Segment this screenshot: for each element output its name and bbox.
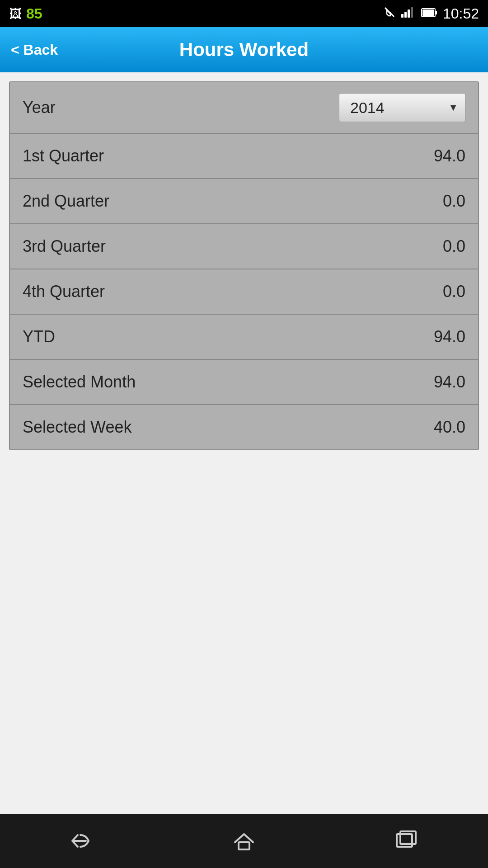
svg-rect-4: [411, 7, 413, 18]
photo-icon: 🖼: [9, 6, 22, 21]
row-value: 94.0: [434, 146, 465, 165]
row-label: Selected Week: [23, 418, 434, 437]
year-select[interactable]: 2012 2013 2014 2015: [339, 93, 465, 122]
row-value: 40.0: [434, 418, 465, 437]
row-label: 1st Quarter: [23, 146, 434, 165]
status-bar: 🖼 85 10:: [0, 0, 488, 27]
recents-nav-button[interactable]: [380, 823, 434, 859]
row-selected-month: Selected Month 94.0: [10, 360, 478, 405]
row-1st-quarter: 1st Quarter 94.0: [10, 134, 478, 179]
svg-rect-3: [408, 9, 410, 18]
year-select-wrapper[interactable]: 2012 2013 2014 2015: [339, 93, 465, 122]
home-nav-button[interactable]: [217, 823, 271, 859]
svg-rect-8: [239, 842, 249, 849]
row-label: 2nd Quarter: [23, 192, 443, 211]
row-selected-week: Selected Week 40.0: [10, 405, 478, 449]
row-label: YTD: [23, 327, 434, 346]
svg-rect-1: [401, 14, 404, 18]
status-time: 10:52: [443, 5, 479, 22]
row-label: 3rd Quarter: [23, 237, 443, 256]
signal-icon: [401, 6, 416, 22]
svg-rect-6: [435, 11, 437, 14]
row-label: Selected Month: [23, 373, 434, 392]
row-value: 0.0: [443, 282, 465, 301]
page-title: Hours Worked: [179, 39, 309, 61]
row-value: 94.0: [434, 327, 465, 346]
row-value: 0.0: [443, 192, 465, 211]
mute-icon: [383, 6, 396, 22]
app-header: < Back Hours Worked: [0, 27, 488, 72]
row-ytd: YTD 94.0: [10, 315, 478, 360]
svg-rect-7: [422, 9, 434, 16]
status-bar-right: 10:52: [383, 5, 479, 22]
back-button[interactable]: < Back: [11, 42, 58, 58]
row-label: 4th Quarter: [23, 282, 443, 301]
row-value: 94.0: [434, 373, 465, 392]
row-2nd-quarter: 2nd Quarter 0.0: [10, 179, 478, 224]
status-bar-left: 🖼 85: [9, 5, 42, 22]
row-value: 0.0: [443, 237, 465, 256]
row-4th-quarter: 4th Quarter 0.0: [10, 269, 478, 315]
row-3rd-quarter: 3rd Quarter 0.0: [10, 224, 478, 269]
back-nav-icon: [68, 830, 95, 852]
year-row: Year 2012 2013 2014 2015: [10, 82, 478, 134]
hours-table: Year 2012 2013 2014 2015 1st Quarter 94.…: [9, 81, 479, 450]
home-nav-icon: [230, 830, 258, 852]
year-label: Year: [23, 98, 339, 117]
recents-nav-icon: [393, 830, 420, 852]
battery-icon: [421, 7, 437, 21]
photo-count: 85: [26, 5, 42, 22]
svg-rect-2: [404, 12, 407, 18]
main-content: Year 2012 2013 2014 2015 1st Quarter 94.…: [0, 72, 488, 814]
bottom-nav: [0, 814, 488, 868]
back-nav-button[interactable]: [54, 823, 108, 859]
